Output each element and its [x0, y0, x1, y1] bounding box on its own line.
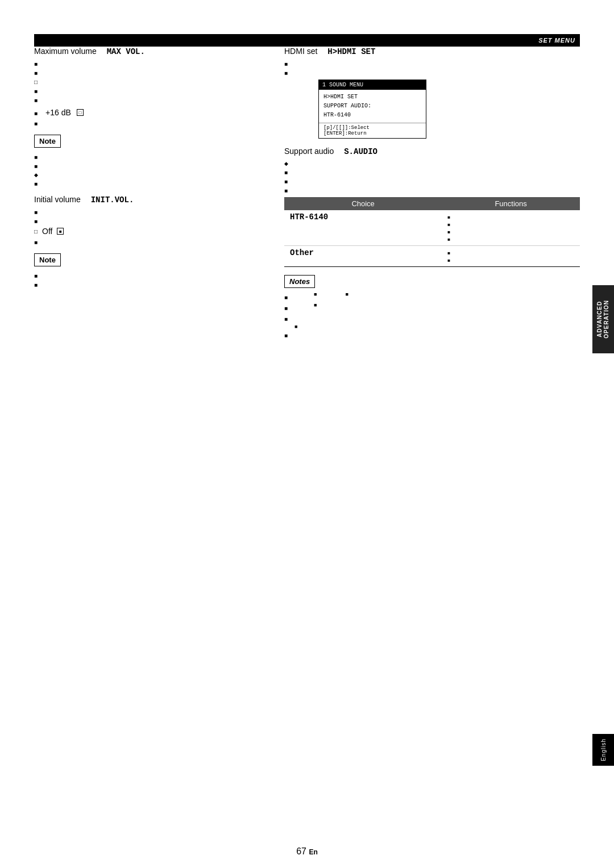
- db-icon: □: [77, 109, 84, 116]
- init-volume-mono: INIT.VOL.: [91, 195, 134, 205]
- list-item: [34, 60, 273, 67]
- notes-inline: ■ ■: [314, 291, 349, 302]
- note1-section: Note: [34, 135, 273, 187]
- support-audio-label: Support audio: [284, 147, 334, 156]
- menu-line1: H>HDMI SET: [323, 93, 421, 102]
- choice-functions-table: Choice Functions HTR-6140: [284, 197, 580, 267]
- english-sidebar: English: [592, 734, 614, 766]
- list-item: [284, 60, 580, 67]
- db-row: +16 dB □: [34, 108, 273, 117]
- list-item: [34, 171, 273, 178]
- off-label: Off: [42, 227, 52, 236]
- list-item: [447, 228, 574, 235]
- page-container: SET MENU Maximum volume MAX VOL. +16 dB …: [0, 0, 614, 868]
- menu-popup-footer: [p]/[[]]:Select [ENTER]:Return: [319, 123, 426, 138]
- hdmi-set-mono: H>HDMI SET: [327, 47, 375, 56]
- init-volume-label: Initial volume: [34, 195, 81, 204]
- support-audio-heading: Support audio S.AUDIO: [284, 147, 580, 156]
- list-item: [284, 177, 580, 185]
- list-item: [284, 160, 580, 166]
- notes-box: Notes: [284, 275, 315, 288]
- list-item: [34, 208, 273, 215]
- col-choice-header: Choice: [284, 197, 442, 210]
- off-row: □ Off ■: [34, 227, 273, 236]
- menu-line2: SUPPORT AUDIO:: [323, 102, 421, 111]
- list-item: [34, 119, 273, 127]
- list-item: [447, 249, 574, 256]
- left-column: Maximum volume MAX VOL. +16 dB □ Note: [34, 47, 273, 290]
- list-item: [34, 281, 273, 288]
- list-item: [284, 293, 291, 301]
- list-item: [447, 236, 574, 242]
- init-volume-heading: Initial volume INIT.VOL.: [34, 195, 273, 205]
- list-item: [447, 221, 574, 227]
- list-item: [447, 214, 574, 220]
- note1-box: Note: [34, 135, 61, 148]
- db-value: +16 dB: [45, 108, 71, 117]
- list-item: ■: [294, 324, 580, 329]
- list-item: [284, 186, 580, 194]
- max-volume-mono: MAX VOL.: [107, 47, 145, 56]
- choice-other: Other: [284, 246, 442, 267]
- note2-section: Note: [34, 253, 273, 288]
- menu-popup-header: 1 SOUND MENU: [319, 80, 426, 90]
- max-volume-label: Maximum volume: [34, 47, 97, 56]
- list-item: [284, 304, 291, 311]
- support-audio-mono: S.AUDIO: [344, 147, 377, 156]
- content-area: Maximum volume MAX VOL. +16 dB □ Note: [34, 47, 580, 834]
- choice-htr: HTR-6140: [284, 210, 442, 246]
- list-item: [34, 69, 273, 76]
- list-item: [34, 180, 273, 187]
- list-item: [34, 272, 273, 279]
- menu-line3: HTR-6140: [323, 111, 421, 120]
- menu-footer-line1: [p]/[[]]:Select: [323, 125, 421, 131]
- top-bar: SET MENU: [34, 34, 580, 47]
- table-row: Other: [284, 246, 580, 267]
- notes-inline2: ■: [314, 302, 317, 313]
- list-item: [34, 238, 273, 245]
- col-functions-header: Functions: [442, 197, 580, 210]
- list-item: [34, 162, 273, 169]
- set-menu-label: SET MENU: [538, 37, 575, 44]
- menu-popup-body: H>HDMI SET SUPPORT AUDIO: HTR-6140: [319, 90, 426, 123]
- list-item: [284, 69, 580, 76]
- off-icon: ■: [57, 228, 64, 235]
- menu-popup: 1 SOUND MENU H>HDMI SET SUPPORT AUDIO: H…: [318, 80, 426, 139]
- list-item: [34, 96, 273, 103]
- notes-section: Notes ■ ■ ■ ■: [284, 275, 580, 339]
- table-row: HTR-6140: [284, 210, 580, 246]
- list-item: [284, 315, 580, 322]
- notes-row3: ■: [284, 315, 580, 329]
- list-item: [284, 168, 580, 176]
- menu-footer-line2: [ENTER]:Return: [323, 131, 421, 136]
- functions-htr: [442, 210, 580, 246]
- db-bullet: [34, 109, 41, 116]
- hdmi-set-label: HDMI set: [284, 47, 317, 56]
- hdmi-set-heading: HDMI set H>HDMI SET: [284, 47, 580, 56]
- english-text: English: [600, 738, 607, 761]
- advanced-operation-sidebar: ADVANCED OPERATION: [592, 285, 614, 353]
- note2-box: Note: [34, 253, 61, 266]
- list-item: [34, 87, 273, 94]
- right-column: HDMI set H>HDMI SET 1 SOUND MENU H>HDMI …: [284, 47, 580, 340]
- adv-op-text: ADVANCED OPERATION: [596, 300, 610, 339]
- max-volume-heading: Maximum volume MAX VOL.: [34, 47, 273, 56]
- list-item: [284, 331, 580, 339]
- list-item: [34, 153, 273, 160]
- list-item: [34, 78, 273, 85]
- list-item: [34, 217, 273, 224]
- notes-row1: ■ ■: [284, 291, 580, 302]
- page-number: 67 En: [296, 846, 318, 857]
- off-checkbox: □: [34, 228, 38, 235]
- list-item: [447, 257, 574, 263]
- notes-row2: ■: [284, 302, 580, 313]
- functions-other: [442, 246, 580, 267]
